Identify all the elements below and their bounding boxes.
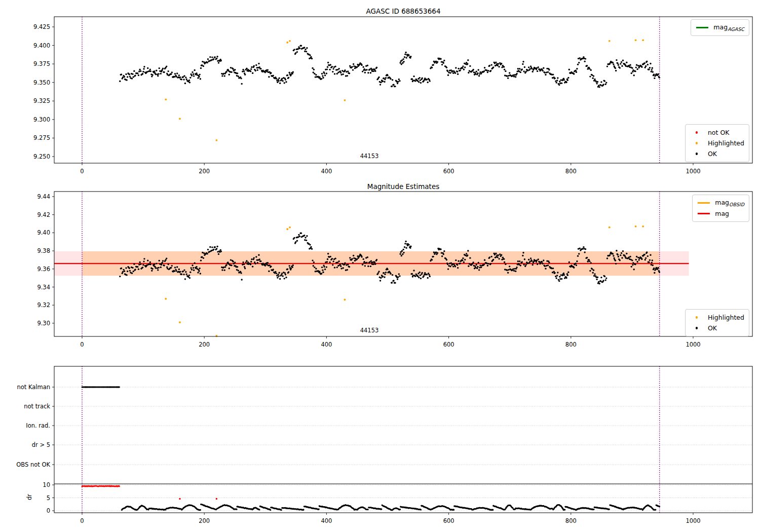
svg-text:400: 400 [321, 341, 332, 348]
panel1-title: AGASC ID 688653664 [366, 7, 441, 15]
legend-entry: not OK [689, 127, 744, 138]
svg-text:9.32: 9.32 [37, 301, 50, 309]
svg-text:9.275: 9.275 [33, 134, 50, 141]
svg-text:200: 200 [199, 341, 210, 348]
ok-points [119, 45, 660, 88]
x-ticks: 02004006008001000 [80, 163, 700, 175]
svg-text:Ion. rad.: Ion. rad. [26, 422, 50, 429]
flag-gridlines [54, 387, 752, 511]
y-ticks: 9.2509.2759.3009.3259.3509.3759.4009.425 [33, 23, 54, 160]
svg-text:0: 0 [80, 341, 84, 348]
svg-text:9.400: 9.400 [33, 42, 50, 49]
svg-text:1000: 1000 [686, 341, 700, 348]
svg-text:9.350: 9.350 [33, 79, 50, 86]
obsid-boundary-vlines [82, 366, 660, 513]
svg-text:9.30: 9.30 [37, 320, 50, 327]
legend-entry: mag [696, 208, 744, 219]
legend-label: magOBSID [715, 199, 744, 207]
panel1-legend-lower: not OKHighlightedOK [685, 124, 749, 162]
legend-line-swatch [695, 27, 710, 28]
svg-text:5: 5 [47, 495, 50, 502]
x-ticks: 02004006008001000 [80, 513, 700, 524]
legend-label: Highlighted [708, 314, 744, 321]
dr-points [121, 504, 660, 511]
panel1-obsid-annotation: 44153 [360, 153, 379, 160]
svg-text:OBS not OK: OBS not OK [16, 461, 50, 468]
svg-text:0: 0 [47, 507, 50, 514]
legend-dot-swatch [689, 327, 704, 329]
legend-entry: OK [689, 323, 744, 333]
legend-label: OK [708, 324, 717, 332]
svg-text:9.325: 9.325 [33, 97, 50, 104]
panel2-axes: 020040060080010009.309.329.349.369.389.4… [37, 192, 752, 348]
svg-text:800: 800 [565, 168, 577, 175]
svg-text:10: 10 [43, 481, 50, 488]
svg-text:0: 0 [80, 168, 84, 175]
panel2-obsid-annotation: 44153 [360, 327, 379, 334]
legend-label: OK [708, 150, 717, 158]
svg-text:9.34: 9.34 [37, 284, 50, 291]
svg-text:1000: 1000 [686, 517, 700, 524]
dr-axis-label: dr [26, 494, 33, 500]
svg-text:200: 200 [199, 168, 210, 175]
panel1-axes: 020040060080010009.2509.2759.3009.3259.3… [33, 17, 752, 175]
svg-text:600: 600 [443, 517, 454, 524]
panel2-legend-lower: HighlightedOK [685, 309, 749, 336]
plot-canvas: 020040060080010009.2509.2759.3009.3259.3… [0, 0, 760, 532]
svg-text:not Kalman: not Kalman [17, 384, 50, 391]
figure: 020040060080010009.2509.2759.3009.3259.3… [0, 0, 760, 532]
legend-entry: Highlighted [689, 138, 744, 148]
x-ticks: 02004006008001000 [80, 336, 700, 348]
svg-text:400: 400 [321, 517, 332, 524]
panel2-title: Magnitude Estimates [367, 182, 439, 191]
svg-text:not track: not track [24, 403, 50, 410]
y-ticks: 9.309.329.349.369.389.409.429.44 [37, 193, 54, 327]
obsid-boundary-vlines [82, 17, 660, 163]
legend-entry: magAGASC [695, 22, 744, 33]
svg-text:200: 200 [199, 517, 210, 524]
not-ok-dr-outliers [179, 498, 217, 500]
legend-line-swatch [696, 202, 711, 204]
legend-entry: OK [689, 148, 744, 159]
svg-text:0: 0 [80, 517, 84, 524]
svg-text:9.300: 9.300 [33, 116, 50, 123]
panel2-legend-upper: magOBSIDmag [692, 195, 749, 222]
highlighted-points [165, 225, 644, 337]
svg-text:9.42: 9.42 [37, 211, 50, 218]
highlighted-points [165, 39, 644, 141]
svg-text:600: 600 [443, 168, 454, 175]
svg-text:9.36: 9.36 [37, 265, 50, 273]
legend-line-swatch [696, 213, 711, 214]
svg-text:9.40: 9.40 [37, 229, 50, 236]
svg-text:400: 400 [321, 168, 332, 175]
svg-text:dr > 5: dr > 5 [32, 441, 50, 448]
panel3-axes: 02004006008001000not Kalmannot trackIon.… [16, 366, 752, 524]
svg-text:800: 800 [565, 517, 577, 524]
svg-text:9.250: 9.250 [33, 153, 50, 160]
legend-label: mag [715, 210, 729, 217]
legend-label: magAGASC [713, 23, 744, 32]
not-kalman-flags [82, 387, 120, 388]
svg-text:600: 600 [443, 341, 454, 348]
legend-dot-swatch [689, 153, 704, 155]
svg-text:9.44: 9.44 [37, 193, 50, 200]
panel1-legend-upper: magAGASC [691, 19, 749, 36]
legend-dot-swatch [689, 316, 704, 319]
svg-text:1000: 1000 [686, 168, 700, 175]
svg-text:9.425: 9.425 [33, 23, 50, 30]
flag-category-labels: not Kalmannot trackIon. rad.dr > 5OBS no… [16, 384, 54, 514]
svg-text:9.375: 9.375 [33, 60, 50, 67]
legend-entry: Highlighted [689, 312, 744, 323]
svg-text:9.38: 9.38 [37, 247, 50, 254]
not-ok-dr-flags [82, 485, 120, 487]
legend-dot-swatch [689, 142, 704, 144]
legend-label: not OK [708, 129, 729, 136]
legend-dot-swatch [689, 131, 704, 134]
legend-entry: magOBSID [696, 198, 744, 208]
svg-text:800: 800 [565, 341, 577, 348]
legend-label: Highlighted [708, 139, 744, 147]
